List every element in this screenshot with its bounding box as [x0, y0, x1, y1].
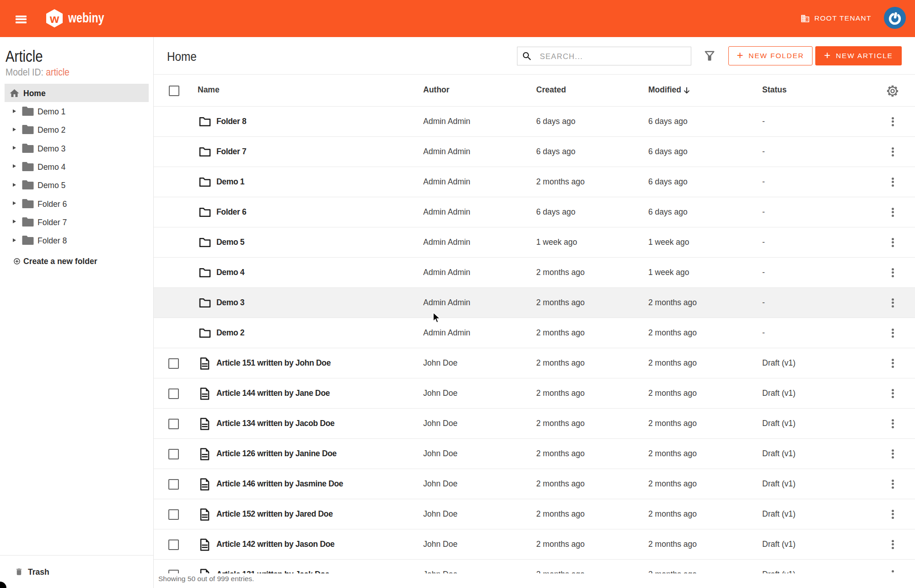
svg-text:w: w: [49, 12, 59, 26]
